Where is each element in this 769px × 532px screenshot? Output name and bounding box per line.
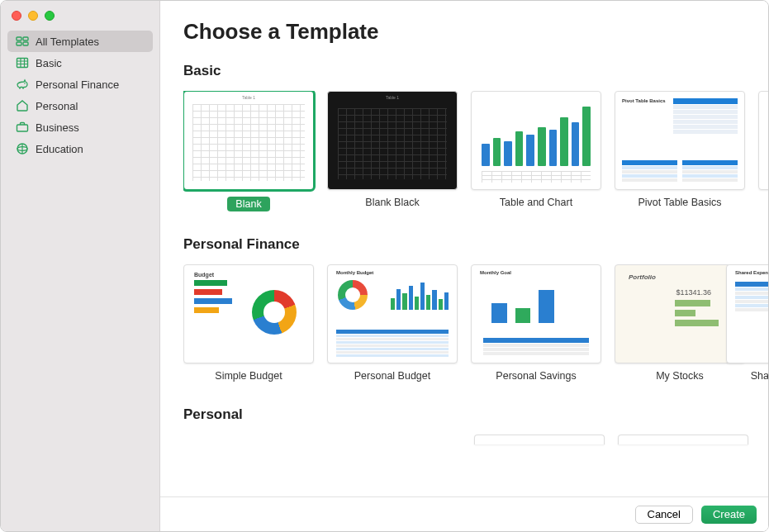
template-overflow[interactable] (758, 91, 768, 211)
cancel-button[interactable]: Cancel (635, 506, 693, 524)
sidebar: All Templates Basic Personal Finance (1, 1, 160, 531)
template-thumbnail: Budget (183, 264, 314, 363)
content-row: All Templates Basic Personal Finance (1, 1, 768, 531)
thumb-text: $11341.36 (676, 288, 711, 297)
table-icon (622, 160, 738, 183)
svg-rect-1 (23, 37, 28, 40)
thumb-text: Table 1 (242, 95, 255, 100)
sidebar-item-basic[interactable]: Basic (7, 52, 153, 74)
create-button[interactable]: Create (701, 506, 757, 524)
template-thumbnail: Shared Expenses (726, 264, 768, 363)
svg-rect-3 (23, 42, 28, 45)
svg-rect-2 (17, 42, 21, 45)
template-label: Table and Chart (500, 197, 572, 208)
template-thumbnail[interactable] (474, 435, 605, 444)
thumb-text: Monthly Goal (480, 270, 511, 275)
sidebar-item-label: Education (36, 143, 83, 155)
svg-rect-4 (17, 59, 28, 68)
template-label: Personal Budget (354, 370, 430, 382)
bar-icon (194, 298, 232, 304)
button-label: Cancel (648, 508, 681, 520)
sidebar-category-list: All Templates Basic Personal Finance (1, 27, 159, 163)
table-icon (336, 330, 449, 358)
section-heading-personal: Personal (183, 406, 768, 423)
section-heading-basic: Basic (183, 63, 768, 79)
basic-icon (16, 56, 29, 69)
sidebar-item-education[interactable]: Education (7, 138, 153, 159)
button-label: Create (713, 508, 745, 520)
thumb-text: Monthly Budget (336, 270, 373, 275)
business-icon (16, 121, 29, 134)
table-icon (735, 282, 768, 312)
thumb-text: Budget (194, 272, 214, 278)
bar-icon (194, 307, 219, 313)
template-thumbnail (758, 91, 768, 190)
education-icon (16, 142, 29, 155)
bar-chart-icon (482, 103, 591, 166)
template-label: Pivot Table Basics (638, 197, 721, 208)
svg-rect-0 (17, 37, 21, 40)
template-label: Blank (227, 197, 269, 211)
template-label: Blank Black (365, 197, 419, 208)
sidebar-item-personal-finance[interactable]: Personal Finance (7, 74, 153, 95)
footer-bar: Cancel Create (160, 496, 768, 531)
sidebar-item-label: All Templates (36, 36, 99, 48)
template-shared-expenses[interactable]: Shared Expenses Shared Expenses (758, 264, 768, 382)
bar-chart-icon (491, 287, 554, 323)
zoom-window-button[interactable] (45, 11, 55, 21)
sidebar-item-label: Basic (36, 57, 62, 69)
bar-chart-icon (391, 280, 449, 310)
all-templates-icon (16, 35, 29, 48)
thumb-text: Shared Expenses (735, 270, 768, 275)
template-label: My Stocks (656, 370, 704, 382)
template-thumbnail: Pivot Table Basics (615, 91, 745, 190)
template-row-personal-finance: Budget Simple Budget Monthly Budget (183, 264, 768, 382)
donut-chart-icon (338, 280, 368, 310)
bar-chart-icon (675, 300, 726, 326)
template-thumbnail: Table 1 (327, 91, 458, 190)
sidebar-item-label: Personal (36, 100, 78, 112)
template-thumbnail: Monthly Goal (471, 264, 601, 363)
sidebar-item-all-templates[interactable]: All Templates (7, 31, 153, 52)
template-thumbnail (471, 91, 601, 190)
thumb-text: Pivot Table Basics (622, 98, 666, 103)
sidebar-item-label: Personal Finance (36, 78, 119, 91)
template-label: Personal Savings (496, 370, 576, 382)
section-heading-personal-finance: Personal Finance (183, 236, 768, 253)
sidebar-item-personal[interactable]: Personal (7, 95, 153, 116)
close-window-button[interactable] (12, 11, 21, 21)
thumb-text: Portfolio (629, 273, 656, 281)
main-area: Choose a Template Basic Table 1 Blank Ta… (160, 1, 768, 531)
template-thumbnail: Table 1 (183, 91, 314, 190)
template-label: Shared Expenses (726, 370, 768, 382)
personal-icon (16, 99, 29, 112)
template-label: Simple Budget (215, 370, 282, 382)
template-personal-budget[interactable]: Monthly Budget Personal Budget (327, 264, 458, 382)
minimize-window-button[interactable] (28, 11, 38, 21)
svg-rect-10 (17, 125, 28, 131)
template-thumbnail[interactable] (618, 435, 748, 444)
template-scroll[interactable]: Choose a Template Basic Table 1 Blank Ta… (160, 1, 768, 496)
donut-chart-icon (252, 290, 297, 335)
template-row-personal (183, 435, 768, 444)
table-icon (483, 338, 589, 356)
bar-icon (194, 289, 222, 295)
template-simple-budget[interactable]: Budget Simple Budget (183, 264, 314, 382)
template-table-and-chart[interactable]: Table and Chart (471, 91, 601, 211)
bar-icon (194, 280, 227, 286)
template-row-basic: Table 1 Blank Table 1 Blank Black (183, 91, 768, 211)
window-controls (1, 1, 159, 27)
template-chooser-window: All Templates Basic Personal Finance (0, 0, 769, 532)
template-blank-black[interactable]: Table 1 Blank Black (327, 91, 458, 211)
grid-icon (192, 104, 305, 181)
svg-point-9 (24, 83, 26, 84)
template-blank[interactable]: Table 1 Blank (183, 91, 314, 211)
template-pivot-table-basics[interactable]: Pivot Table Basics Pivot Table Basics (615, 91, 745, 211)
table-icon (673, 98, 738, 135)
sidebar-item-label: Business (36, 121, 79, 134)
page-title: Choose a Template (183, 19, 768, 45)
sidebar-item-business[interactable]: Business (7, 116, 153, 138)
template-personal-savings[interactable]: Monthly Goal Personal Savings (471, 264, 601, 382)
grid-icon (338, 108, 447, 179)
thumb-text: Table 1 (386, 95, 399, 100)
